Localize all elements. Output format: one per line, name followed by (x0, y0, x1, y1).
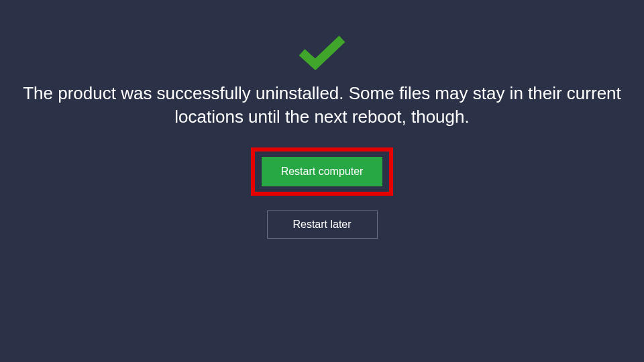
checkmark-icon (298, 34, 346, 70)
uninstall-success-message: The product was successfully uninstalled… (13, 82, 631, 129)
restart-computer-button[interactable]: Restart computer (262, 157, 382, 186)
restart-later-button[interactable]: Restart later (267, 210, 378, 239)
highlight-annotation: Restart computer (251, 147, 393, 196)
button-group: Restart computer Restart later (251, 147, 393, 239)
